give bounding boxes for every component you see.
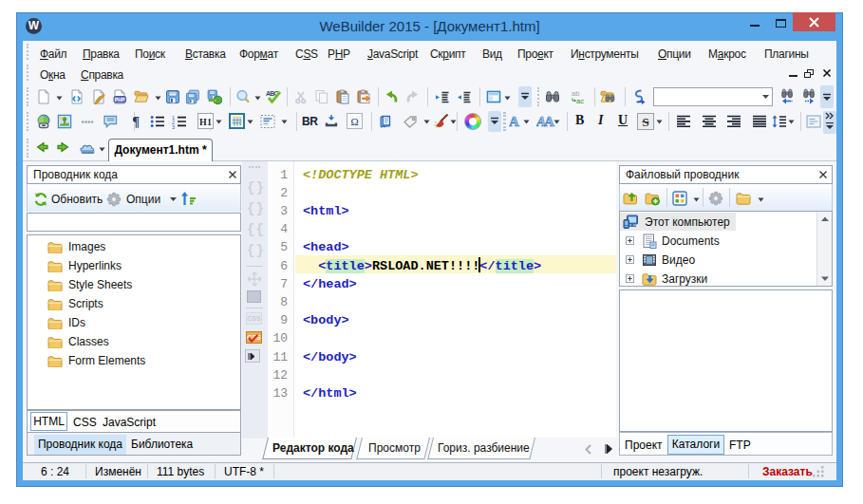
svg-text:PHP: PHP xyxy=(115,97,125,103)
svg-text:ac: ac xyxy=(576,97,584,104)
svg-text:H1: H1 xyxy=(199,117,212,127)
svg-text:A: A xyxy=(509,114,519,129)
svg-text:Ω: Ω xyxy=(350,116,358,127)
svg-text:3: 3 xyxy=(172,124,175,129)
svg-text:¶: ¶ xyxy=(133,114,140,129)
